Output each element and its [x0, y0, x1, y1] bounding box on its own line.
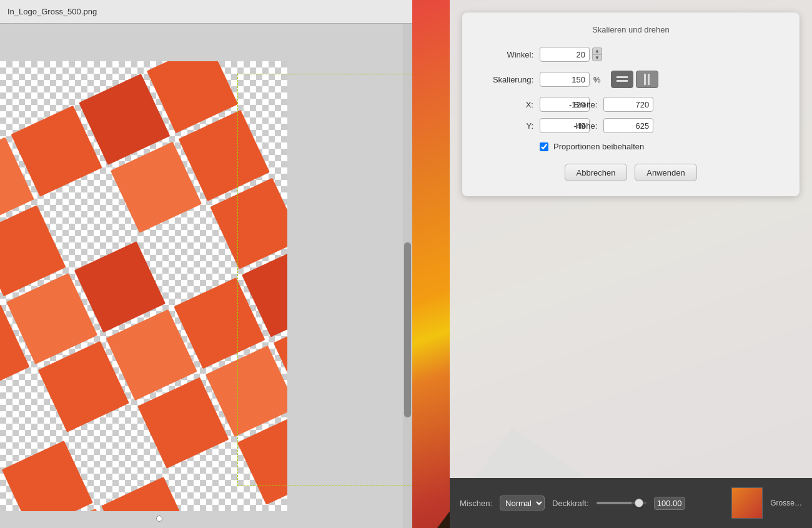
winkel-input[interactable] [540, 47, 590, 62]
opacity-thumb[interactable] [635, 499, 643, 507]
xy-section: X: Y: [477, 97, 541, 133]
svg-rect-26 [101, 477, 192, 511]
blend-mode-select[interactable]: Normal [500, 496, 545, 511]
bottom-bar: Mischen: Normal Deckkraft: Grosse_Images… [450, 478, 812, 528]
opacity-value-input[interactable] [654, 497, 685, 510]
y-row: Y: [477, 118, 541, 133]
hoehe-row: Höhe: [560, 118, 640, 133]
deckkraft-label: Deckkraft: [552, 499, 589, 508]
skalierung-unit: % [593, 75, 601, 84]
canvas-title: In_Logo_Gross_500.png [7, 7, 97, 16]
winkel-stepper[interactable]: ▲ ▼ [592, 47, 602, 61]
breite-input[interactable] [603, 97, 653, 112]
proportionen-row: Proportionen beibehalten [540, 142, 785, 151]
y-label: Y: [477, 121, 533, 131]
dialog-title: Skalieren und drehen [477, 25, 785, 34]
svg-rect-31 [616, 80, 628, 82]
canvas-titlebar: In_Logo_Gross_500.png [0, 0, 412, 24]
skalierung-input[interactable] [540, 72, 590, 87]
wh-section: Breite: Höhe: [560, 97, 640, 133]
winkel-label: Winkel: [477, 50, 533, 59]
canvas-window: In_Logo_Gross_500.png [0, 0, 412, 528]
opacity-slider-container [597, 502, 646, 504]
winkel-row: Winkel: ▲ ▼ [477, 47, 785, 62]
dialog-panel: Skalieren und drehen Winkel: ▲ ▼ Skalier… [450, 0, 812, 528]
hoehe-label: Höhe: [560, 121, 597, 131]
skalierung-row: Skalierung: % [477, 71, 785, 88]
abbrechen-button[interactable]: Abbrechen [565, 164, 627, 181]
action-buttons: Abbrechen Anwenden [477, 164, 785, 181]
transform-handle[interactable] [156, 516, 162, 522]
layer-thumb-inner [732, 488, 762, 518]
canvas-scrollbar[interactable] [403, 24, 412, 528]
winkel-up-btn[interactable]: ▲ [592, 47, 602, 54]
skalierung-icons [611, 71, 658, 88]
mischen-label: Mischen: [460, 499, 492, 508]
svg-rect-30 [616, 76, 628, 78]
svg-rect-32 [644, 74, 646, 85]
layer-name: Grosse_Images_Ein_In_Logo_Gros... [770, 499, 802, 507]
breite-label: Breite: [560, 100, 597, 109]
x-label: X: [477, 100, 533, 109]
logo-image [0, 61, 287, 511]
scale-horizontal-icon[interactable] [611, 71, 633, 88]
breite-row: Breite: [560, 97, 640, 112]
x-row: X: [477, 97, 541, 112]
anwenden-button[interactable]: Anwenden [635, 164, 697, 181]
layer-thumbnail [731, 487, 763, 519]
svg-rect-33 [648, 74, 650, 85]
scale-vertical-icon[interactable] [636, 71, 658, 88]
scrollbar-thumb[interactable] [404, 242, 411, 417]
winkel-down-btn[interactable]: ▼ [592, 54, 602, 61]
proportionen-label: Proportionen beibehalten [553, 142, 644, 151]
opacity-slider[interactable] [597, 502, 646, 504]
canvas-content [0, 24, 412, 528]
hoehe-input[interactable] [603, 118, 653, 133]
svg-rect-20 [2, 441, 93, 511]
proportionen-checkbox[interactable] [540, 142, 548, 151]
skalierung-label: Skalierung: [477, 75, 533, 84]
position-size-row: X: Y: Breite: Höhe: [477, 97, 785, 133]
scale-rotate-dialog: Skalieren und drehen Winkel: ▲ ▼ Skalier… [462, 12, 800, 196]
